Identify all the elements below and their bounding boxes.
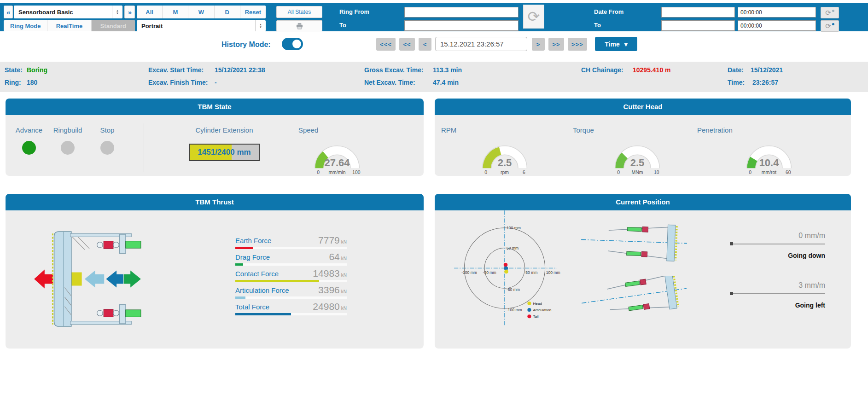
range-month-button[interactable]: M: [163, 6, 188, 18]
spinner-icon[interactable]: ▲▼: [112, 6, 122, 18]
status-bar: State: Boring Ring: 180 Excav. Start Tim…: [0, 62, 868, 92]
horizontal-trend-value: 3 mm/m: [730, 281, 825, 290]
range-reset-button[interactable]: Reset: [240, 6, 266, 18]
total-force-arrow: [124, 270, 141, 287]
divider: [144, 123, 144, 172]
range-button-group: All M W D Reset: [137, 6, 266, 18]
horizontal-trend-direction: Going left: [730, 302, 825, 309]
ring-to-label: To: [339, 22, 346, 29]
torque-gauge: 2.5 0 MNm 10: [606, 136, 669, 175]
board-next-button[interactable]: »: [124, 6, 135, 18]
realtime-button[interactable]: RealTime: [47, 20, 91, 31]
svg-text:10.4: 10.4: [759, 157, 780, 169]
ring-mode-button[interactable]: Ring Mode: [4, 20, 47, 31]
gross-time-value: 113.3 min: [433, 66, 462, 74]
chainage-label: CH Chainage:: [581, 66, 623, 74]
sensorboard-app: « Sensorboard Basic ▲▼ » All M W D Reset…: [0, 0, 868, 401]
sync-icon: ⟳: [825, 22, 831, 30]
history-mode-toggle[interactable]: [282, 38, 303, 50]
double-chevron-left-icon: «: [6, 8, 10, 16]
svg-text:mm/rot: mm/rot: [762, 170, 777, 175]
refresh-button[interactable]: ⟳: [523, 5, 544, 29]
double-chevron-right-icon: »: [128, 8, 131, 16]
yaw-schematic: [580, 276, 688, 316]
time-value: 23:26:57: [752, 79, 778, 86]
tbm-thrust-title: TBM Thrust: [6, 194, 424, 210]
standard-button[interactable]: Standard: [92, 20, 135, 31]
cylinder-extension-bar: 1451/2400 mm: [189, 144, 260, 161]
nav-fast-forward-button[interactable]: >>>: [568, 38, 587, 51]
time-label: Time:: [728, 79, 745, 86]
advance-indicator: [22, 141, 36, 155]
excav-start-label: Excav. Start Time:: [148, 66, 204, 74]
range-day-button[interactable]: D: [215, 6, 240, 18]
ring-from-input[interactable]: [404, 7, 518, 17]
penetration-label: Penetration: [697, 126, 733, 134]
articulation-force-row: Articulation Force 3396kN: [235, 286, 347, 302]
position-target-chart: 100 mm 50 mm -50 mm -100 mm -100 mm -50 …: [448, 209, 564, 346]
date-to-input[interactable]: [661, 20, 735, 31]
svg-text:50 mm: 50 mm: [525, 270, 537, 275]
all-states-button[interactable]: All States: [276, 6, 322, 18]
horizontal-trend-slider[interactable]: [730, 293, 825, 294]
net-time-value: 47.4 min: [433, 79, 459, 86]
svg-text:0: 0: [484, 170, 487, 175]
date-from-input[interactable]: [661, 7, 735, 17]
bottom-cylinder-assembly: [70, 305, 141, 325]
svg-text:2.5: 2.5: [498, 157, 512, 169]
nav-step-back-button[interactable]: <: [419, 38, 431, 51]
sync-icon: ⟳: [825, 9, 831, 17]
print-button[interactable]: [276, 20, 322, 31]
ring-label: Ring:: [5, 79, 21, 86]
rpm-gauge: 2.5 0 rpm 6: [473, 136, 536, 175]
tbm-state-title: TBM State: [6, 99, 424, 115]
svg-text:MNm: MNm: [632, 170, 643, 175]
nav-step-forward-button[interactable]: >: [532, 38, 545, 51]
time-from-input[interactable]: [738, 7, 816, 17]
rpm-label: RPM: [441, 126, 456, 134]
sync-date-from-button[interactable]: ⟳: [821, 7, 839, 18]
svg-text:-100 mm: -100 mm: [461, 270, 477, 275]
svg-text:2.5: 2.5: [630, 157, 645, 169]
chevron-down-icon: ▾: [624, 41, 628, 48]
orientation-select-value: Portrait: [141, 23, 163, 29]
sync-dot-icon: [832, 10, 834, 12]
nav-fast-back-button[interactable]: <<<: [376, 38, 396, 51]
range-all-button[interactable]: All: [137, 6, 163, 18]
svg-text:100 mm: 100 mm: [507, 226, 521, 230]
svg-text:6: 6: [523, 170, 525, 175]
board-prev-button[interactable]: «: [4, 6, 13, 18]
interval-select[interactable]: Time ▾: [595, 37, 637, 51]
earth-force-arrow: [34, 269, 53, 288]
svg-text:rpm: rpm: [501, 170, 509, 175]
spinner-icon[interactable]: ▲▼: [255, 20, 266, 31]
nav-forward-button[interactable]: >>: [548, 38, 564, 51]
ringbuild-label: Ringbuild: [49, 126, 87, 134]
slider-knob[interactable]: [730, 242, 733, 245]
date-label: Date:: [728, 66, 744, 74]
time-to-input[interactable]: [738, 20, 816, 31]
nav-back-button[interactable]: <<: [399, 38, 415, 51]
history-datetime-input[interactable]: [435, 37, 527, 51]
earth-force-row: Earth Force 7779kN: [235, 236, 347, 253]
svg-text:0: 0: [317, 170, 320, 175]
slider-knob[interactable]: [730, 292, 733, 295]
ringbuild-indicator: [61, 141, 75, 155]
total-force-row: Total Force 24980kN: [235, 302, 347, 319]
ring-to-input[interactable]: [404, 20, 518, 31]
board-select[interactable]: Sensorboard Basic ▲▼: [14, 6, 122, 18]
svg-text:10: 10: [654, 170, 659, 175]
date-value: 15/12/2021: [751, 66, 783, 74]
range-week-button[interactable]: W: [188, 6, 214, 18]
sync-date-to-button[interactable]: ⟳: [821, 20, 839, 32]
vertical-trend-slider[interactable]: [730, 244, 825, 244]
orientation-select[interactable]: Portrait ▲▼: [137, 20, 266, 31]
svg-text:100 mm: 100 mm: [546, 270, 560, 275]
svg-text:27.64: 27.64: [325, 157, 350, 169]
svg-text:-100 mm: -100 mm: [507, 308, 522, 312]
drag-force-row: Drag Force 64kN: [235, 253, 347, 269]
ring-value: 180: [27, 79, 37, 86]
speed-gauge: 27.64 0 mm/min 100: [306, 136, 368, 175]
tbm-thrust-schematic: [33, 231, 142, 327]
svg-text:0: 0: [617, 170, 620, 175]
